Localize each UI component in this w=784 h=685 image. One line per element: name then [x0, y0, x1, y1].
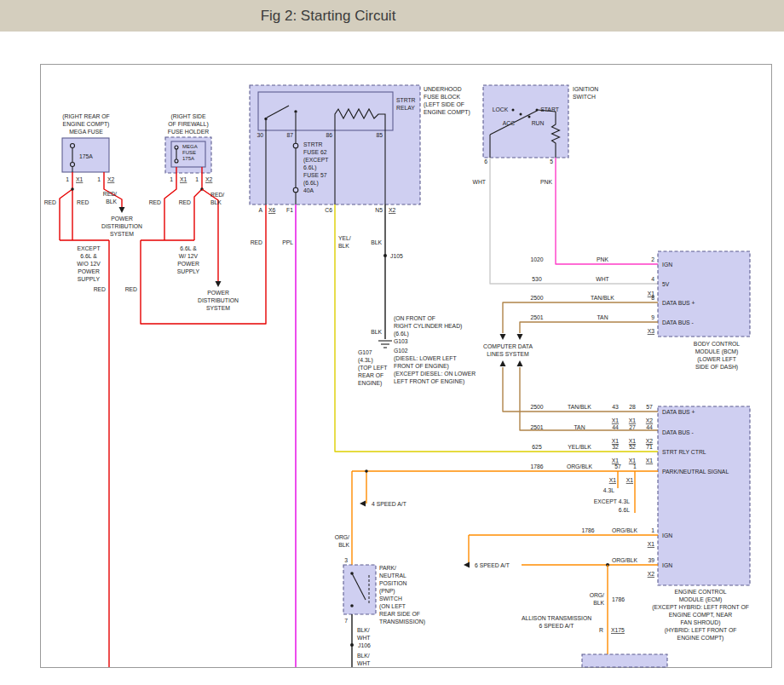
variant-label: POWER — [177, 261, 199, 267]
switch-contact-dot — [350, 604, 354, 607]
variant-label: W/ 12V — [179, 253, 199, 259]
variant-label: EXCEPT — [77, 245, 100, 251]
ground-location-label: RIGHT CYLINDER HEAD) — [394, 323, 462, 330]
variant-label: 6.6L — [619, 507, 630, 513]
component-name-label: IGNITION — [573, 86, 598, 92]
wire-color-label: ORG/BLK — [612, 557, 638, 563]
splice-dot — [350, 643, 354, 647]
signal-name-label: PARK/NEUTRAL SIGNAL — [662, 469, 729, 475]
terminal-id: X1 — [626, 477, 634, 483]
wire-color-label: RED — [179, 199, 191, 205]
component-location-label: SIDE OF DASH) — [695, 364, 738, 371]
splice-label: J105 — [390, 253, 403, 259]
pin-number: 1 — [66, 176, 69, 182]
wire-color-label: WHT — [357, 660, 370, 666]
system-label: COMPUTER DATA — [483, 343, 533, 349]
circuit-number: 2501 — [530, 314, 543, 320]
fuse-name-label: (6.6L) — [303, 180, 319, 187]
pin-number: 85 — [376, 132, 383, 138]
ground-location-label: (4.3L) — [358, 357, 373, 364]
switch-contact-dot — [528, 116, 531, 118]
wire-color-label: RED — [94, 286, 106, 292]
circuit-number: 2500 — [530, 404, 543, 410]
destination-label: DISTRIBUTION — [101, 223, 142, 229]
component-location-label: (RIGHT REAR OF — [62, 113, 109, 120]
pin-number: 87 — [286, 132, 293, 138]
ground-location-label: FRONT OF ENGINE) — [394, 363, 449, 370]
circuit-number: 1020 — [530, 256, 543, 262]
switch-position-label: START — [540, 106, 559, 112]
relay-contact-dot — [294, 110, 297, 112]
terminal-id: X1 — [629, 438, 637, 444]
wire-color-label: RED — [251, 239, 262, 245]
variant-label: 6.6L & — [80, 253, 97, 259]
variant-label: 6.6L & — [180, 245, 197, 251]
component-name-label: SWITCH — [573, 94, 596, 100]
pin-number: 2 — [651, 256, 654, 262]
component-name-label: PARK/ — [379, 565, 396, 571]
wire-color-label: PPL — [282, 239, 293, 245]
switch-contact-dot — [512, 109, 515, 112]
variant-label: W/O 12V — [77, 261, 101, 267]
ground-location-label: (6.6L) — [394, 331, 409, 337]
pin-number: 6 — [484, 158, 487, 164]
component-name-label: MODULE (BCM) — [695, 348, 739, 355]
relay-name-label: STRTR — [396, 97, 416, 103]
pin-number: 32 — [612, 444, 619, 450]
pin-number: 43 — [612, 404, 619, 410]
transmission-connector-box — [582, 654, 667, 667]
variant-label: SUPPLY — [78, 276, 101, 282]
terminal-id: X2 — [205, 176, 213, 182]
wire-color-label: BLK — [106, 199, 117, 204]
terminal-id: X1 — [648, 541, 655, 547]
splice-label: J106 — [358, 642, 371, 648]
destination-label: POWER — [111, 216, 133, 222]
variant-label: 4.3L — [603, 487, 614, 493]
pin-number: 9 — [651, 314, 654, 320]
component-location-label: (RIGHT SIDE — [170, 113, 206, 120]
fuse-name-label: MEGA — [182, 144, 198, 149]
component-name-label: 6 SPEED A/T — [539, 623, 574, 629]
terminal-id: X1 — [629, 417, 637, 423]
pin-number: F1 — [286, 207, 293, 213]
pin-number: 1 — [170, 176, 173, 182]
ground-id-label: G107 — [358, 349, 372, 355]
pin-number: 44 — [646, 424, 653, 430]
fuse-name-label: (EXCEPT — [303, 157, 328, 164]
terminal-id: X1 — [612, 458, 620, 463]
component-location-label: ENGINE COMPT, NEAR — [669, 612, 732, 618]
ground-location-label: REAR OF — [358, 372, 383, 378]
component-location-label: ENGINE COMPT) — [63, 121, 110, 128]
ground-location-label: LEFT FRONT OF ENGINE) — [394, 378, 464, 385]
fuse-name-label: STRTR — [303, 141, 323, 147]
terminal-id: X1 — [612, 417, 620, 423]
wire-color-label: TAN — [574, 424, 585, 430]
component-name-label: SWITCH — [379, 596, 402, 602]
component-name-label: FUSE HOLDER — [168, 129, 209, 135]
wire-color-label: BLK/ — [357, 627, 370, 633]
component-location-label: (EXCEPT HYBRID: LEFT FRONT OF — [652, 604, 749, 611]
wire-color-label: RED — [149, 199, 161, 205]
wire-color-label: PNK — [597, 256, 608, 262]
terminal-id: X2 — [107, 176, 115, 182]
variant-label: SUPPLY — [177, 268, 200, 274]
component-name-label: POSITION — [379, 580, 407, 586]
relay-name-label: RELAY — [396, 105, 415, 111]
component-name-label: UNDERHOOD — [424, 86, 462, 92]
wire-color-label: BLK — [371, 329, 382, 335]
pin-number: 27 — [629, 424, 636, 430]
fuse-name-label: FUSE 57 — [303, 172, 327, 178]
pin-number: 44 — [612, 424, 619, 430]
circuit-number: 625 — [532, 444, 542, 450]
terminal-id: X175 — [611, 627, 625, 633]
component-location-label: (LOWER LEFT — [697, 356, 736, 363]
pin-number: 57 — [646, 404, 653, 410]
wire-color-label: BLK — [371, 239, 382, 245]
component-name-label: ENGINE CONTROL — [674, 589, 726, 595]
terminal-id: X1 — [612, 438, 620, 444]
circuit-number: 1786 — [530, 463, 543, 469]
switch-position-label: LOCK — [493, 106, 509, 112]
signal-name-label: DATA BUS - — [662, 319, 694, 325]
terminal-id: X2 — [646, 438, 654, 444]
circuit-number: 2501 — [530, 424, 543, 430]
